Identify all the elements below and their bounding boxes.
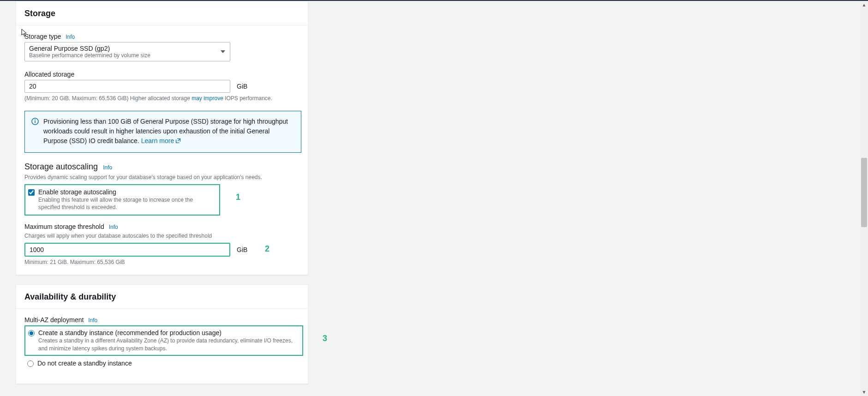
annotation-3: 3	[323, 334, 327, 343]
vertical-scrollbar[interactable]: ▲ ▼	[860, 1, 868, 396]
may-improve-link[interactable]: may improve	[192, 95, 223, 102]
allocated-storage-input[interactable]	[24, 80, 230, 93]
threshold-label: Maximum storage threshold	[24, 223, 104, 230]
storage-type-selected: General Purpose SSD (gp2)	[29, 45, 216, 52]
threshold-minmax: Minimum: 21 GiB. Maximum: 65,536 GiB	[24, 258, 299, 266]
availability-panel-header: Availability & durability	[16, 285, 308, 309]
threshold-info-link[interactable]: Info	[109, 224, 118, 230]
autoscaling-title-row: Storage autoscaling Info	[24, 162, 299, 172]
chevron-down-icon	[221, 50, 225, 53]
storage-panel: Storage Storage type Info General Purpos…	[16, 1, 308, 275]
storage-warning-alert: Provisioning less than 100 GiB of Genera…	[24, 111, 301, 153]
form-column: Storage Storage type Info General Purpos…	[0, 1, 308, 393]
nostandby-label: Do not create a standby instance	[37, 360, 295, 367]
allocated-storage-field: Allocated storage GiB (Minimum: 20 GiB. …	[24, 71, 299, 102]
threshold-desc: Charges will apply when your database au…	[24, 232, 299, 240]
threshold-input[interactable]	[25, 244, 229, 256]
multi-az-info-link[interactable]: Info	[88, 317, 97, 324]
highlight-3: Create a standby instance (recommended f…	[24, 325, 303, 356]
external-link-icon	[175, 137, 181, 147]
storage-panel-body: Storage type Info General Purpose SSD (g…	[16, 25, 308, 275]
helper-prefix: (Minimum: 20 GiB. Maximum: 65,536 GiB) H…	[24, 95, 192, 102]
main-content: Storage Storage type Info General Purpos…	[0, 1, 868, 393]
annotation-2: 2	[265, 244, 269, 254]
highlight-2	[24, 243, 230, 257]
autoscaling-desc: Provides dynamic scaling support for you…	[24, 174, 299, 181]
enable-autoscaling-checkbox[interactable]	[28, 189, 35, 196]
multi-az-option-nostandby[interactable]: Do not create a standby instance	[24, 357, 299, 370]
allocated-storage-helper: (Minimum: 20 GiB. Maximum: 65,536 GiB) H…	[24, 95, 299, 102]
storage-type-sub: Baseline performance determined by volum…	[29, 52, 216, 59]
nostandby-radio[interactable]	[27, 360, 34, 367]
availability-panel-body: Multi-AZ deployment Info Create a standb…	[16, 309, 308, 384]
allocated-storage-unit: GiB	[237, 83, 247, 90]
scroll-up-icon[interactable]: ▲	[860, 1, 868, 9]
enable-autoscaling-label: Enable storage autoscaling	[38, 188, 215, 196]
annotation-1: 1	[236, 192, 240, 202]
standby-label: Create a standby instance (recommended f…	[38, 329, 298, 336]
storage-type-label: Storage type Info	[24, 33, 299, 40]
standby-radio[interactable]	[28, 330, 35, 336]
svg-point-1	[35, 119, 36, 120]
multi-az-label: Multi-AZ deployment	[24, 316, 84, 324]
storage-type-label-text: Storage type	[24, 33, 61, 40]
info-icon	[31, 117, 39, 147]
autoscaling-info-link[interactable]: Info	[103, 164, 112, 171]
autoscaling-title: Storage autoscaling	[24, 162, 98, 171]
learn-more-link[interactable]: Learn more	[141, 137, 182, 144]
allocated-storage-label: Allocated storage	[24, 71, 299, 78]
enable-autoscaling-row[interactable]: Enable storage autoscaling Enabling this…	[25, 185, 219, 215]
highlight-1: Enable storage autoscaling Enabling this…	[24, 184, 220, 216]
storage-type-info-link[interactable]: Info	[66, 34, 75, 40]
storage-panel-header: Storage	[16, 1, 308, 25]
svg-rect-2	[35, 120, 36, 123]
storage-type-field: Storage type Info General Purpose SSD (g…	[24, 33, 299, 61]
helper-suffix: IOPS performance.	[223, 95, 272, 102]
availability-panel: Availability & durability Multi-AZ deplo…	[16, 284, 308, 384]
threshold-label-row: Maximum storage threshold Info	[24, 223, 299, 230]
multi-az-label-row: Multi-AZ deployment Info	[24, 316, 299, 324]
learn-more-text: Learn more	[141, 137, 174, 144]
alert-text: Provisioning less than 100 GiB of Genera…	[43, 117, 294, 147]
storage-type-select[interactable]: General Purpose SSD (gp2) Baseline perfo…	[24, 42, 230, 61]
enable-autoscaling-desc: Enabling this feature will allow the sto…	[38, 196, 215, 212]
scroll-thumb[interactable]	[861, 158, 867, 227]
threshold-unit: GiB	[237, 246, 247, 253]
storage-title: Storage	[24, 9, 299, 18]
multi-az-option-standby[interactable]: Create a standby instance (recommended f…	[25, 326, 302, 355]
standby-desc: Creates a standby in a different Availab…	[38, 337, 298, 353]
scroll-down-icon[interactable]: ▼	[860, 388, 868, 396]
availability-title: Availability & durability	[24, 292, 299, 302]
